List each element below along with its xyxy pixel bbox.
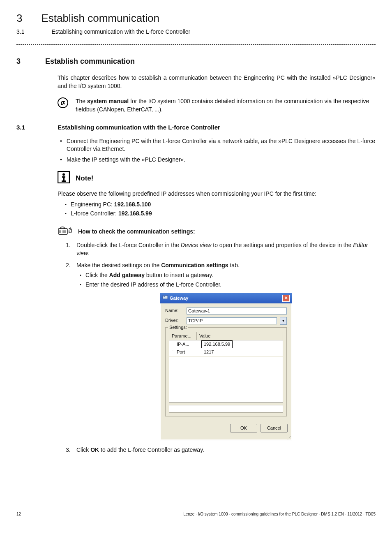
step-item: Make the desired settings on the Communi… [66, 261, 376, 440]
col-header: Value [197, 332, 213, 340]
chevron-down-icon[interactable]: ▼ [280, 317, 287, 325]
svg-point-3 [62, 173, 65, 176]
howto-title: How to check the communication settings: [78, 228, 195, 236]
driver-select[interactable] [187, 317, 277, 324]
intro-paragraph: This chapter describes how to establish … [58, 74, 376, 90]
table-cell: 1217 [201, 348, 216, 356]
note-item: Engineering PC: 192.168.5.100 [65, 201, 376, 209]
dialog-title: Gateway [170, 295, 188, 301]
dialog-icon [162, 294, 168, 302]
svg-rect-9 [164, 296, 165, 297]
h2-number: 3 [16, 56, 26, 67]
note-icon [58, 171, 70, 186]
sub-bullet: Click the Add gateway button to insert a… [80, 271, 376, 280]
subsection-title: Establishing communication with the L-fo… [58, 123, 220, 132]
subsection-number: 3.1 [16, 123, 39, 132]
tip-text: The system manual for the I/O system 100… [76, 97, 376, 113]
sub-bullet: Enter the desired IP address of the L-fo… [80, 281, 376, 289]
tip-icon [58, 97, 68, 111]
svg-point-1 [64, 104, 65, 105]
edit-field[interactable] [169, 405, 283, 413]
note-title: Note! [76, 173, 93, 183]
col-header: Parame... [169, 332, 197, 340]
cancel-button[interactable]: Cancel [261, 424, 288, 432]
step-item: Click OK to add the L-force Controller a… [66, 446, 376, 454]
chapter-title: Establish communication [41, 11, 159, 25]
chapter-number: 3 [16, 11, 22, 25]
settings-legend: Settings: [168, 324, 188, 331]
svg-rect-8 [163, 296, 168, 299]
section-title: Establishing communication with the L-fo… [51, 28, 190, 36]
table-cell: IP-A... [169, 340, 201, 348]
section-number: 3.1 [16, 28, 24, 36]
driver-label: Driver: [165, 317, 183, 324]
ok-button[interactable]: OK [230, 424, 257, 432]
bullet-item: Connect the Engineering PC with the L-fo… [60, 137, 376, 153]
divider [16, 44, 376, 45]
table-cell[interactable]: 192.168.5.99 [201, 340, 233, 348]
settings-table: Parame... Value IP-A... 192.168.5.99 Por… [169, 332, 283, 402]
svg-rect-6 [62, 180, 66, 182]
page-number: 12 [16, 511, 21, 517]
name-input[interactable] [187, 308, 287, 314]
table-cell: Port [169, 348, 201, 356]
close-icon[interactable]: ✕ [282, 295, 290, 302]
bullet-item: Make the IP settings with the »PLC Desig… [60, 156, 376, 164]
name-label: Name: [165, 308, 183, 314]
h2-title: Establish communication [45, 56, 135, 67]
step-item: Double-click the L-force Controller in t… [66, 241, 376, 257]
footer-text: Lenze · I/O system 1000 · commissioning … [183, 511, 376, 517]
howto-icon [58, 226, 74, 238]
gateway-dialog: Gateway ✕ Name: Driver: ▼ Settings: [160, 293, 292, 440]
note-item: L-force Controller: 192.168.5.99 [65, 210, 376, 218]
resize-handle[interactable]: ⋰ [160, 437, 292, 440]
note-body: Please observe the following predefined … [58, 190, 376, 198]
